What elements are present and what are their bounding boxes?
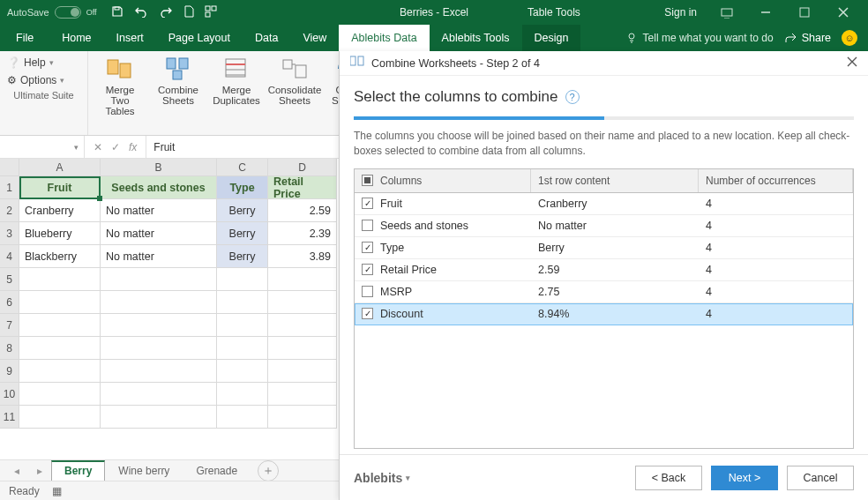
cell[interactable] bbox=[101, 337, 217, 360]
cell[interactable] bbox=[217, 383, 268, 406]
row-header[interactable]: 1 bbox=[0, 176, 19, 199]
cell[interactable] bbox=[19, 291, 101, 314]
cell[interactable] bbox=[101, 268, 217, 291]
cell[interactable] bbox=[101, 383, 217, 406]
cell[interactable]: Retail Price bbox=[268, 176, 337, 199]
cell[interactable] bbox=[19, 360, 101, 383]
row-checkbox[interactable] bbox=[362, 264, 373, 275]
cell[interactable] bbox=[268, 406, 337, 429]
tab-data[interactable]: Data bbox=[243, 25, 290, 51]
undo-icon[interactable] bbox=[134, 5, 148, 20]
cell[interactable]: No matter bbox=[101, 245, 217, 268]
col-header[interactable]: C bbox=[217, 159, 268, 176]
row-checkbox[interactable] bbox=[362, 220, 373, 231]
autosave-toggle[interactable]: AutoSave Off bbox=[0, 6, 104, 19]
col-header[interactable]: B bbox=[101, 159, 217, 176]
consolidate-sheets-button[interactable]: Consolidate Sheets bbox=[270, 55, 319, 106]
merge-duplicates-button[interactable]: Merge Duplicates bbox=[212, 55, 261, 106]
close-button[interactable] bbox=[826, 2, 861, 23]
cell[interactable] bbox=[217, 337, 268, 360]
cell[interactable]: 2.59 bbox=[268, 199, 337, 222]
brand-label[interactable]: Ablebits▾ bbox=[354, 471, 410, 485]
cell[interactable]: No matter bbox=[101, 222, 217, 245]
cell-a1[interactable]: Fruit bbox=[19, 176, 101, 199]
cell[interactable] bbox=[217, 406, 268, 429]
tab-ablebits-tools[interactable]: Ablebits Tools bbox=[430, 25, 522, 51]
col-header[interactable]: D bbox=[268, 159, 337, 176]
fx-icon[interactable]: fx bbox=[129, 141, 137, 153]
name-box[interactable]: ▾ bbox=[0, 136, 85, 158]
tab-design[interactable]: Design bbox=[522, 25, 581, 51]
cell[interactable] bbox=[19, 406, 101, 429]
maximize-button[interactable] bbox=[787, 2, 822, 23]
cell[interactable] bbox=[19, 383, 101, 406]
cell[interactable] bbox=[101, 360, 217, 383]
cell[interactable] bbox=[268, 360, 337, 383]
tab-file[interactable]: File bbox=[5, 25, 49, 51]
cell[interactable]: 3.89 bbox=[268, 245, 337, 268]
cell[interactable]: Cranberry bbox=[19, 199, 101, 222]
cancel-button[interactable]: Cancel bbox=[787, 466, 854, 490]
back-button[interactable]: < Back bbox=[635, 466, 702, 490]
row-checkbox[interactable] bbox=[362, 198, 373, 209]
cell[interactable]: No matter bbox=[101, 199, 217, 222]
row-checkbox[interactable] bbox=[362, 286, 373, 297]
combine-sheets-button[interactable]: Combine Sheets bbox=[153, 55, 203, 106]
tab-ablebits-data[interactable]: Ablebits Data bbox=[339, 25, 429, 51]
row-header[interactable]: 5 bbox=[0, 268, 19, 291]
row-header[interactable]: 9 bbox=[0, 360, 19, 383]
tab-page-layout[interactable]: Page Layout bbox=[156, 25, 243, 51]
row-header[interactable]: 11 bbox=[0, 406, 19, 429]
row-header[interactable]: 8 bbox=[0, 337, 19, 360]
add-sheet-button[interactable]: ＋ bbox=[258, 460, 279, 481]
cell[interactable] bbox=[19, 314, 101, 337]
select-all-checkbox[interactable] bbox=[362, 175, 373, 186]
options-dropdown[interactable]: ⚙Options ▾ bbox=[7, 72, 86, 88]
redo-icon[interactable] bbox=[159, 5, 173, 20]
row-header[interactable]: 3 bbox=[0, 222, 19, 245]
cell[interactable] bbox=[19, 337, 101, 360]
tab-view[interactable]: View bbox=[290, 25, 339, 51]
tell-me-search[interactable]: Tell me what you want to do bbox=[625, 32, 774, 44]
table-row[interactable]: Retail Price 2.59 4 bbox=[355, 259, 853, 281]
cell[interactable] bbox=[101, 406, 217, 429]
cell[interactable]: Berry bbox=[217, 222, 268, 245]
cell[interactable] bbox=[217, 291, 268, 314]
tab-insert[interactable]: Insert bbox=[104, 25, 156, 51]
tab-scroll-left-icon[interactable]: ◂ bbox=[5, 465, 28, 477]
cell[interactable] bbox=[217, 268, 268, 291]
cell[interactable]: Berry bbox=[217, 245, 268, 268]
merge-two-tables-button[interactable]: Merge Two Tables bbox=[95, 55, 145, 116]
save-icon[interactable] bbox=[111, 5, 123, 20]
cell[interactable]: Blueberry bbox=[19, 222, 101, 245]
cancel-formula-icon[interactable]: ✕ bbox=[94, 141, 102, 153]
cell[interactable] bbox=[268, 337, 337, 360]
cell[interactable] bbox=[217, 314, 268, 337]
cell[interactable]: Seeds and stones bbox=[101, 176, 217, 199]
dialog-close-button[interactable] bbox=[847, 56, 857, 70]
cell[interactable] bbox=[268, 291, 337, 314]
ribbon-options-icon[interactable] bbox=[709, 2, 745, 23]
cell[interactable] bbox=[19, 268, 101, 291]
sheet-tab[interactable]: Grenade bbox=[183, 460, 251, 481]
new-file-icon[interactable] bbox=[183, 5, 194, 20]
table-row[interactable]: Seeds and stones No matter 4 bbox=[355, 215, 853, 237]
cell[interactable]: Type bbox=[217, 176, 268, 199]
cell[interactable] bbox=[268, 268, 337, 291]
help-icon[interactable]: ? bbox=[565, 90, 580, 104]
cell[interactable]: Berry bbox=[217, 199, 268, 222]
sheet-tab[interactable]: Berry bbox=[51, 460, 105, 481]
tab-scroll-right-icon[interactable]: ▸ bbox=[28, 465, 51, 477]
col-header[interactable]: A bbox=[19, 159, 101, 176]
cell[interactable] bbox=[101, 314, 217, 337]
macro-record-icon[interactable]: ▦ bbox=[52, 485, 62, 497]
table-row[interactable]: Type Berry 4 bbox=[355, 237, 853, 259]
table-row[interactable]: Fruit Cranberry 4 bbox=[355, 193, 853, 215]
cell[interactable] bbox=[217, 360, 268, 383]
sign-in-link[interactable]: Sign in bbox=[655, 6, 706, 19]
cell[interactable] bbox=[268, 314, 337, 337]
row-header[interactable]: 7 bbox=[0, 314, 19, 337]
feedback-smiley-icon[interactable]: ☺ bbox=[842, 30, 857, 46]
help-dropdown[interactable]: ❔Help ▾ bbox=[7, 55, 86, 71]
tab-home[interactable]: Home bbox=[49, 25, 103, 51]
